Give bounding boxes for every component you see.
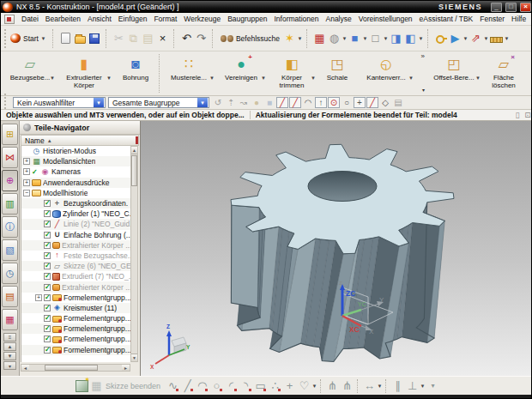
- snap-point-on-curve[interactable]: ╱: [366, 97, 378, 108]
- playback-button[interactable]: ▶: [448, 30, 462, 47]
- scroll-right-icon[interactable]: ►: [122, 365, 130, 371]
- tree-expand-toggle[interactable]: +: [23, 158, 30, 165]
- select-general-objects[interactable]: ↺: [212, 97, 224, 108]
- shaded-view-button[interactable]: ■: [348, 30, 362, 47]
- selection-scope-select[interactable]: Gesamte Baugruppe ▼: [108, 97, 209, 108]
- chevron-down-icon[interactable]: ▼: [504, 36, 510, 41]
- tree-item-row[interactable]: ◈Kreismuster (11): [21, 303, 130, 313]
- flaeche-loeschen-button[interactable]: ▱×Flächelöschen: [481, 52, 526, 94]
- tree-expand-toggle[interactable]: +: [35, 294, 42, 301]
- circle-tool[interactable]: ○: [209, 378, 224, 394]
- panel-menu-button[interactable]: ≡: [3, 333, 16, 342]
- chevron-down-icon[interactable]: ▼: [197, 98, 208, 107]
- open-file-button[interactable]: [73, 30, 88, 47]
- tree-column-header[interactable]: Name ▲: [21, 135, 139, 146]
- profile-tool[interactable]: ∿: [166, 378, 180, 394]
- assembly-navigator-tab[interactable]: ⊞: [2, 124, 18, 145]
- scroll-up-icon[interactable]: ▲: [131, 147, 137, 154]
- snap-control-point[interactable]: ◠: [302, 97, 314, 108]
- tree-item-row[interactable]: Formelementgrupp...: [21, 313, 130, 323]
- toolbar-overflow[interactable]: »▾: [414, 52, 426, 94]
- tree-vertical-scrollbar[interactable]: ▲ ▼: [130, 146, 138, 362]
- menu-item-bearbeiten[interactable]: Bearbeiten: [42, 14, 84, 24]
- tree-item-checkbox[interactable]: [44, 315, 51, 322]
- key-button[interactable]: [433, 30, 448, 47]
- menu-item-voreinstellungen[interactable]: Voreinstellungen: [355, 14, 416, 24]
- undo-button[interactable]: ↶: [179, 30, 194, 47]
- sketchbar-overflow[interactable]: ▾: [426, 378, 440, 394]
- chevron-down-icon[interactable]: ▼: [418, 36, 424, 41]
- snap-mid-point[interactable]: ╱: [289, 97, 301, 108]
- bohrung-button[interactable]: ◙Bohrung: [112, 52, 159, 94]
- tree-item-checkbox[interactable]: [44, 242, 51, 249]
- perpendicular-constraint-tool[interactable]: ⊥: [405, 378, 420, 394]
- tree-item-checkbox[interactable]: [44, 200, 51, 207]
- bezugsebene-button[interactable]: ▱Bezugsebe...▼: [4, 52, 56, 94]
- chevron-down-icon[interactable]: ▼: [342, 36, 348, 41]
- chevron-down-icon[interactable]: ▼: [311, 75, 316, 82]
- save-button[interactable]: [88, 30, 102, 47]
- toolbar-handle[interactable]: [4, 29, 8, 48]
- offset-bereich-button[interactable]: ◰Offset-Bere...▼: [426, 52, 481, 94]
- copy-button[interactable]: ⧉: [126, 30, 141, 47]
- overflow-arrow-icon[interactable]: ▾: [422, 87, 425, 93]
- tree-item-row[interactable]: ◷Historien-Modus: [21, 146, 130, 156]
- select-ball[interactable]: ●: [251, 97, 263, 108]
- snap-quadrant[interactable]: ○: [341, 97, 353, 108]
- tree-item-checkbox[interactable]: [44, 325, 51, 332]
- scrollbar-thumb[interactable]: [131, 155, 137, 186]
- rendering-style-button[interactable]: ◍: [327, 30, 342, 47]
- menu-item-hilfe[interactable]: Hilfe: [508, 14, 529, 24]
- kantenverrundung-button[interactable]: ◵Kantenverr...▼: [358, 52, 414, 94]
- tree-item-row[interactable]: +✓◉Kameras: [21, 166, 130, 177]
- schale-button[interactable]: ◳Schale: [317, 52, 358, 94]
- close-button[interactable]: ×: [520, 3, 531, 12]
- web-browser-tab[interactable]: ⓘ: [2, 216, 18, 238]
- tree-item-row[interactable]: +Bezugskoordinaten.: [21, 198, 130, 209]
- tree-item-row[interactable]: +Anwenderausdrücke: [21, 178, 130, 188]
- tree-item-checkbox[interactable]: [44, 232, 51, 239]
- minimize-button[interactable]: _: [491, 3, 502, 12]
- tree-item-row[interactable]: Formelementgrupp...: [21, 345, 130, 355]
- panel-collapse-button[interactable]: ▾: [3, 361, 16, 370]
- tree-item-row[interactable]: +Formelementgrupp...: [21, 293, 130, 303]
- paste-button[interactable]: ▤: [141, 30, 155, 47]
- menu-item-ansicht[interactable]: Ansicht: [84, 14, 115, 24]
- vereinigen-button[interactable]: ●+Vereinigen▼: [215, 52, 267, 94]
- tree-item-row[interactable]: Extrahierter Körper ...: [21, 281, 130, 292]
- tree-item-checkbox[interactable]: [44, 273, 51, 280]
- tree-item-row[interactable]: +▦Modellansichten: [21, 156, 130, 166]
- menu-item-datei[interactable]: Datei: [18, 14, 42, 24]
- quick-extend-tool[interactable]: ⋔: [340, 378, 354, 394]
- menu-item-informationen[interactable]: Informationen: [271, 14, 323, 24]
- fillet-tool[interactable]: ◜: [224, 378, 239, 394]
- panel-up-button[interactable]: ▲: [3, 342, 16, 351]
- tree-item-row[interactable]: ▱Skizze (6) "NEO_GE...: [21, 261, 130, 271]
- redo-button[interactable]: ↷: [194, 30, 209, 47]
- tree-item-checkbox[interactable]: [44, 221, 51, 227]
- chevron-down-icon[interactable]: ▼: [94, 98, 104, 107]
- tree-item-row[interactable]: ╱Linie (2) "NEO_Guid...: [21, 219, 130, 229]
- tree-item-checkbox[interactable]: [44, 347, 51, 354]
- snap-existing-point[interactable]: +: [354, 97, 366, 108]
- chevron-down-icon[interactable]: ▼: [50, 75, 55, 82]
- tree-item-row[interactable]: ↑Feste Bezugsachse...: [21, 251, 130, 261]
- tree-item-checkbox[interactable]: [44, 210, 51, 217]
- snap-stack[interactable]: ▤: [392, 97, 404, 108]
- chevron-down-icon[interactable]: ▼: [383, 36, 389, 41]
- fit-view-button[interactable]: ▦: [312, 30, 327, 47]
- chevron-down-icon[interactable]: ▼: [483, 36, 489, 41]
- measure-button[interactable]: ⇗: [469, 30, 483, 47]
- roles-tab[interactable]: ▦: [2, 309, 18, 330]
- graphics-area[interactable]: ZZCYCYXCXZXY: [141, 121, 532, 376]
- selection-filter-select[interactable]: Kein Auswahlfilter ▼: [13, 97, 106, 108]
- select-shade[interactable]: ⇡: [225, 97, 237, 108]
- overflow-chevron-icon[interactable]: »: [421, 52, 425, 60]
- menu-item-baugruppen[interactable]: Baugruppen: [224, 14, 270, 24]
- tree-item-checkbox[interactable]: [44, 336, 51, 342]
- snap-point-on-face[interactable]: ◇: [379, 97, 391, 108]
- musterelement-button[interactable]: ∷Musterele...▼: [162, 52, 215, 94]
- chevron-down-icon[interactable]: ▼: [408, 75, 414, 82]
- snap-end-point[interactable]: ╱: [276, 97, 288, 108]
- status-grid-icon[interactable]: ⊡: [523, 111, 532, 119]
